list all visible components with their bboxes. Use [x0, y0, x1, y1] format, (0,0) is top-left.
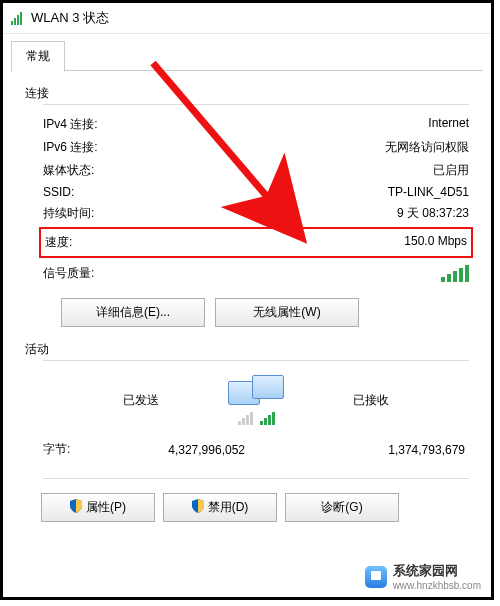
window-title: WLAN 3 状态 [31, 9, 109, 27]
bytes-label: 字节: [43, 441, 103, 458]
media-label: 媒体状态: [43, 162, 94, 179]
ipv4-value: Internet [428, 116, 469, 133]
title-bar[interactable]: WLAN 3 状态 [3, 3, 491, 34]
details-button[interactable]: 详细信息(E)... [61, 298, 205, 327]
shield-icon [70, 499, 82, 513]
watermark-name: 系统家园网 [393, 562, 481, 580]
sent-label: 已发送 [66, 392, 216, 409]
sent-bars-icon [237, 411, 253, 425]
dialog-window: WLAN 3 状态 常规 连接 IPv4 连接:Internet IPv6 连接… [0, 0, 494, 600]
watermark-url: www.hnzkhbsb.com [393, 580, 481, 591]
properties-button[interactable]: 属性(P) [41, 493, 155, 522]
wlan-icon [11, 11, 25, 25]
tab-general[interactable]: 常规 [11, 41, 65, 72]
signal-label: 信号质量: [43, 265, 94, 282]
tab-strip: 常规 [3, 34, 491, 71]
group-activity: 已发送 已接收 字节: 4,327,996,052 1,374,793,679 [43, 360, 469, 468]
group-activity-title: 活动 [25, 341, 469, 358]
speed-highlight-box: 速度:150.0 Mbps [39, 227, 473, 258]
content-area: 连接 IPv4 连接:Internet IPv6 连接:无网络访问权限 媒体状态… [3, 71, 491, 522]
speed-label: 速度: [45, 234, 72, 251]
watermark: 系统家园网 www.hnzkhbsb.com [365, 562, 481, 591]
shield-icon [192, 499, 204, 513]
disable-button[interactable]: 禁用(D) [163, 493, 277, 522]
group-connection: IPv4 连接:Internet IPv6 连接:无网络访问权限 媒体状态:已启… [43, 104, 469, 327]
ssid-label: SSID: [43, 185, 74, 199]
signal-bars-icon [439, 264, 469, 282]
watermark-icon [365, 566, 387, 588]
duration-label: 持续时间: [43, 205, 94, 222]
bytes-recv-value: 1,374,793,679 [263, 443, 469, 457]
ipv6-value: 无网络访问权限 [385, 139, 469, 156]
ipv6-label: IPv6 连接: [43, 139, 98, 156]
speed-value: 150.0 Mbps [404, 234, 467, 251]
recv-bars-icon [259, 411, 275, 425]
ipv4-label: IPv4 连接: [43, 116, 98, 133]
bytes-sent-value: 4,327,996,052 [103, 443, 263, 457]
media-value: 已启用 [433, 162, 469, 179]
ssid-value: TP-LINK_4D51 [388, 185, 469, 199]
group-connection-title: 连接 [25, 85, 469, 102]
diagnose-button[interactable]: 诊断(G) [285, 493, 399, 522]
duration-value: 9 天 08:37:23 [397, 205, 469, 222]
wireless-props-button[interactable]: 无线属性(W) [215, 298, 359, 327]
activity-icon [228, 375, 284, 425]
recv-label: 已接收 [296, 392, 446, 409]
